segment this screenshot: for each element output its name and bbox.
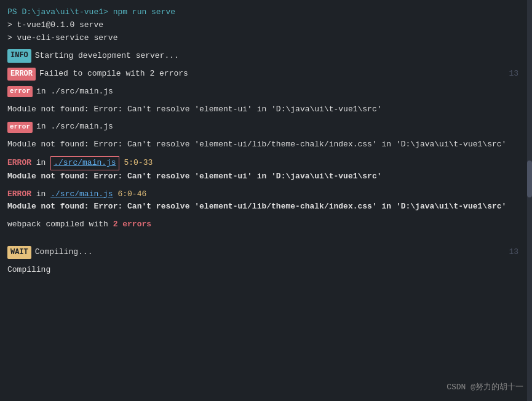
error-file-link-1[interactable]: ./src/main.js xyxy=(54,157,116,170)
info-line: INFO Starting development server... xyxy=(7,49,525,62)
error-badge-1: ERROR xyxy=(7,68,36,81)
pkg-text-2: > vue-cli-service serve xyxy=(7,32,117,45)
error-in-text-2: in xyxy=(31,188,50,201)
error-detail-line-2: ERROR in ./src/main.js 6:0-46 xyxy=(7,188,525,201)
module-text-2: Module not found: Error: Can't resolve '… xyxy=(7,138,506,151)
module-bold-line-1: Module not found: Error: Can't resolve '… xyxy=(7,170,525,183)
line-number-1: 13 xyxy=(509,68,518,81)
error-compile-line: ERROR Failed to compile with 2 errors 13 xyxy=(7,68,525,81)
module-line-1: Module not found: Error: Can't resolve '… xyxy=(7,103,525,116)
wait-text: Compiling... xyxy=(35,246,93,259)
prompt-line: PS D:\java\ui\t-vue1> npm run serve xyxy=(7,6,525,19)
error-sm-text-1: in ./src/main.js xyxy=(36,85,113,98)
error-sm-line-2: error in ./src/main.js xyxy=(7,121,525,133)
prompt-text: PS D:\java\ui\t-vue1> npm run serve xyxy=(7,6,175,19)
error-compile-text: Failed to compile with 2 errors xyxy=(39,68,188,81)
scrollbar[interactable] xyxy=(527,0,532,401)
pkg-line-1: > t-vue1@0.1.0 serve xyxy=(7,19,525,32)
error-detail-line-1: ERROR in ./src/main.js 5:0-33 xyxy=(7,156,525,170)
error-detail-prefix-2: ERROR xyxy=(7,188,31,201)
webpack-line: webpack compiled with 2 errors xyxy=(7,218,525,231)
info-badge: INFO xyxy=(7,49,31,62)
line-number-2: 13 xyxy=(509,246,518,259)
error-sm-text-2: in ./src/main.js xyxy=(36,121,113,133)
module-line-2: Module not found: Error: Can't resolve '… xyxy=(7,138,525,151)
error-file-outline-1: ./src/main.js xyxy=(50,156,119,170)
terminal-window: PS D:\java\ui\t-vue1> npm run serve > t-… xyxy=(0,0,532,401)
pkg-text-1: > t-vue1@0.1.0 serve xyxy=(7,19,103,32)
error-file-link-2[interactable]: ./src/main.js xyxy=(50,188,113,201)
wait-line: WAIT Compiling... 13 xyxy=(7,246,525,259)
module-text-1: Module not found: Error: Can't resolve '… xyxy=(7,103,382,116)
info-text: Starting development server... xyxy=(35,50,179,63)
compiling-text: Compiling xyxy=(7,264,50,277)
error-sm-badge-1: error xyxy=(7,86,33,97)
error-sm-badge-2: error xyxy=(7,122,33,133)
error-sm-line-1: error in ./src/main.js xyxy=(7,85,525,98)
compiling-line: Compiling xyxy=(7,264,525,277)
scrollbar-thumb[interactable] xyxy=(527,161,532,197)
webpack-error-count: 2 errors xyxy=(113,218,151,231)
error-detail-prefix-1: ERROR xyxy=(7,157,31,170)
pkg-line-2: > vue-cli-service serve xyxy=(7,32,525,45)
error-range-1: 5:0-33 xyxy=(119,157,153,170)
error-range-2: 6:0-46 xyxy=(113,188,147,201)
webpack-text-pre: webpack compiled with xyxy=(7,218,113,231)
error-in-text-1: in xyxy=(31,157,50,170)
module-bold-line-2: Module not found: Error: Can't resolve '… xyxy=(7,200,525,213)
module-bold-text-1: Module not found: Error: Can't resolve '… xyxy=(7,170,382,183)
module-bold-text-2: Module not found: Error: Can't resolve '… xyxy=(7,200,506,213)
watermark: CSDN @努力的胡十一 xyxy=(447,381,523,392)
wait-badge: WAIT xyxy=(7,246,31,259)
